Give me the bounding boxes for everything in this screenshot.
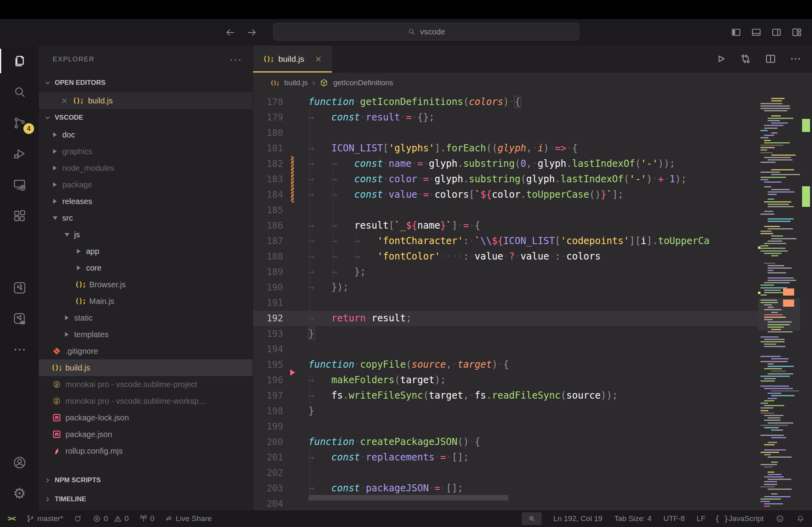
line-number: 202 [253, 465, 283, 481]
activity-item-terraform-cloud[interactable] [0, 303, 39, 334]
run-file-icon[interactable] [714, 53, 727, 65]
activity-item-account[interactable] [0, 447, 39, 478]
code-line[interactable]: 184→ → const·value·=·colors[`${color.toU… [253, 187, 812, 202]
activity-item-run-debug[interactable] [0, 138, 39, 169]
tree-item[interactable]: js [39, 226, 253, 243]
tree-item[interactable]: graphics [39, 143, 253, 160]
code-line[interactable]: 190→ }); [253, 280, 812, 295]
explorer-actions-icon[interactable]: ··· [230, 53, 242, 66]
activity-item-remote-explorer[interactable] [0, 169, 39, 200]
status-notifications[interactable] [796, 514, 805, 523]
status-feedback[interactable] [776, 514, 784, 523]
breadcrumb-file[interactable]: build.js [284, 78, 308, 87]
code-line[interactable]: 199 [253, 419, 812, 434]
code-line[interactable]: 201→ const·replacements·=·[]; [253, 450, 812, 465]
status-problems[interactable]: 00 [92, 514, 128, 523]
code-line[interactable]: 188→ → → 'fontColor'····:·value·?·value·… [253, 249, 812, 264]
status-live-share[interactable]: Live Share [165, 514, 212, 523]
status-cursor-position[interactable]: Ln 192, Col 19 [553, 514, 603, 523]
status-encoding[interactable]: UTF-8 [663, 514, 685, 523]
status-language-mode[interactable]: { }JavaScript [717, 514, 764, 523]
section-header-npm-scripts[interactable]: NPM SCRIPTS [39, 471, 253, 490]
tree-item[interactable]: ();Main.js [39, 293, 253, 309]
code-line[interactable]: 191 [253, 295, 812, 311]
twisty-right-icon [77, 249, 80, 254]
code-line[interactable]: 189→ → }; [253, 264, 812, 280]
toggle-secondary-sidebar-icon[interactable] [771, 27, 782, 38]
code-line[interactable]: 180 [253, 125, 812, 141]
tree-item[interactable]: ();Browser.js [39, 276, 253, 293]
status-text: 0 [124, 514, 129, 523]
code-line[interactable]: 202 [253, 465, 812, 481]
code-line[interactable]: 197→ fs.writeFileSync(target,·fs.readFil… [253, 388, 812, 403]
open-editors-header[interactable]: OPEN EDITORS [39, 73, 253, 92]
activity-item-explorer[interactable] [0, 46, 39, 76]
tree-item[interactable]: static [39, 309, 253, 326]
code-line[interactable]: 192→ return·result; [253, 311, 812, 326]
code-line[interactable]: 186→ → result[`_${name}`]·=·{ [253, 218, 812, 233]
status-zoom[interactable] [522, 512, 542, 525]
tree-item[interactable]: templates [39, 326, 253, 343]
code-line[interactable]: 187→ → → 'fontCharacter':·`\\${ICON_LIST… [253, 233, 812, 249]
horizontal-scrollbar[interactable] [308, 495, 508, 500]
open-changes-icon[interactable] [739, 53, 752, 65]
activity-item-search[interactable] [0, 76, 39, 107]
status-sync[interactable] [73, 514, 82, 523]
activity-item-terraform[interactable] [0, 272, 39, 303]
toggle-sidebar-icon[interactable] [730, 27, 742, 38]
code-line[interactable]: 196→ makeFolders(target); [253, 372, 812, 388]
code-line[interactable]: 193} [253, 326, 812, 342]
tree-item[interactable]: src [39, 210, 253, 226]
tree-item[interactable]: package [39, 176, 253, 193]
minimap[interactable] [758, 93, 812, 510]
tree-item[interactable]: ();build.js [39, 359, 253, 376]
status-git-branch[interactable]: master* [26, 514, 63, 523]
tree-item[interactable]: doc [39, 126, 253, 143]
code-area[interactable]: 178function·getIconDefinitions(colors)·{… [253, 93, 812, 510]
code-line[interactable]: 181→ ICON_LIST['glyphs'].forEach((glyph,… [253, 141, 812, 156]
close-tab-icon[interactable] [314, 55, 322, 63]
code-line[interactable]: 198} [253, 403, 812, 419]
code-line[interactable]: 182→ → const·name·=·glyph.substring(0,·g… [253, 156, 812, 172]
code-line[interactable]: 203→ const·packageJSON·=·[]; [253, 481, 812, 496]
tree-item[interactable]: .gitignore [39, 343, 253, 359]
tree-item[interactable]: node_modules [39, 160, 253, 176]
more-actions-icon[interactable] [789, 53, 802, 65]
code-line[interactable]: 195function·copyFile(source,·target)·{ [253, 357, 812, 372]
workspace-folder-header[interactable]: VSCODE [39, 109, 253, 126]
command-center-search[interactable]: vscode [273, 23, 579, 40]
status-eol[interactable]: LF [697, 514, 705, 523]
code-line[interactable]: 179→ const·result·=·{}; [253, 110, 812, 125]
toggle-panel-icon[interactable] [751, 27, 762, 38]
code-line[interactable]: 178function·getIconDefinitions(colors)·{ [253, 94, 812, 110]
activity-item-extensions[interactable] [0, 200, 39, 231]
activity-item-settings[interactable]: ⚙ [0, 478, 39, 509]
breadcrumb-symbol[interactable]: getIconDefinitions [333, 78, 393, 87]
activity-item-more[interactable] [0, 334, 39, 365]
tree-item[interactable]: app [39, 243, 253, 260]
code-line[interactable]: 185 [253, 202, 812, 218]
tree-item[interactable]: monokai pro - vscode.sublime-worksp… [39, 393, 253, 409]
close-icon[interactable] [61, 97, 68, 105]
status-remote-indicator[interactable]: >< [7, 514, 16, 523]
status-indentation[interactable]: Tab Size: 4 [614, 514, 651, 523]
tree-item[interactable]: package-lock.json [39, 409, 253, 426]
tab-build-js[interactable]: (); build.js [253, 46, 332, 73]
code-line[interactable]: 183→ → const·color·=·glyph.substring(gly… [253, 172, 812, 187]
split-editor-icon[interactable] [764, 53, 777, 65]
customize-layout-icon[interactable] [791, 27, 802, 38]
tree-item[interactable]: core [39, 260, 253, 276]
code-line[interactable]: 194 [253, 342, 812, 357]
code-line[interactable]: 200function·createPackageJSON()·{ [253, 434, 812, 450]
open-editor-item[interactable]: (); build.js [39, 92, 253, 109]
tree-item[interactable]: releases [39, 193, 253, 210]
overview-ruler-mark [802, 119, 810, 132]
section-header-timeline[interactable]: TIMELINE [39, 490, 253, 509]
forward-icon[interactable] [246, 27, 258, 38]
status-ports[interactable]: 0 [139, 514, 155, 523]
back-icon[interactable] [224, 27, 236, 38]
tree-item[interactable]: package.json [39, 426, 253, 443]
tree-item[interactable]: monokai pro - vscode.sublime-project [39, 376, 253, 393]
activity-item-source-control[interactable]: 4 [0, 107, 39, 138]
tree-item[interactable]: rollup.config.mjs [39, 443, 253, 459]
